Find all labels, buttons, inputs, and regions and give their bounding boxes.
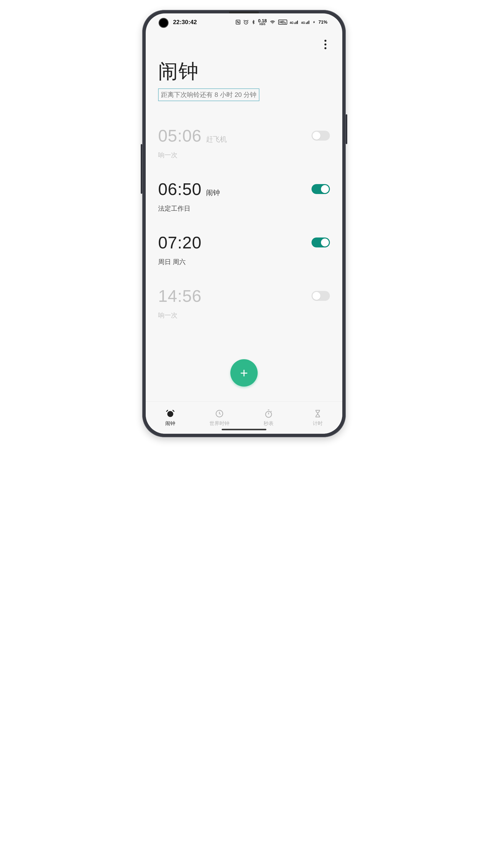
charging-icon (313, 20, 316, 25)
toggle-knob (313, 292, 321, 300)
svg-rect-5 (306, 23, 306, 24)
hd-badge: HD₂ (278, 20, 287, 25)
nav-label: 计时 (313, 420, 323, 427)
front-camera (159, 18, 168, 28)
alarm-row: 05:06赶飞机 (158, 126, 330, 145)
app-bar (146, 31, 342, 58)
nav-item-alarm-clock[interactable]: 闹钟 (146, 402, 195, 434)
svg-rect-4 (297, 21, 298, 24)
alarm-time: 14:56 (158, 286, 201, 306)
alarm-time: 07:20 (158, 233, 201, 252)
nav-item-hourglass[interactable]: 计时 (293, 402, 342, 434)
alarm-left: 06:50闹钟 (158, 179, 220, 199)
alarm-row: 06:50闹钟 (158, 179, 330, 199)
nav-label: 闹钟 (165, 420, 175, 427)
title-section: 闹钟 距离下次响铃还有 8 小时 20 分钟 (146, 58, 342, 106)
alarm-label: 闹钟 (206, 188, 220, 197)
alarm-repeat: 法定工作日 (158, 204, 330, 213)
svg-rect-2 (294, 23, 295, 24)
svg-rect-6 (307, 22, 308, 24)
signal-1: 4G (290, 20, 299, 24)
svg-point-8 (167, 411, 173, 417)
alarm-left: 07:20 (158, 233, 201, 252)
subtitle-prefix: 距离下次响铃还有 (161, 91, 213, 98)
status-icons: 0.18 KB/S HD₂ 4G 4G 71% (235, 19, 327, 26)
alarm-status-icon (243, 20, 249, 25)
alarm-time: 05:06 (158, 126, 201, 145)
hourglass-icon (313, 409, 323, 418)
alarm-list: 05:06赶飞机响一次06:50闹钟法定工作日07:20周日 周六14:56响一… (146, 106, 342, 401)
bluetooth-icon (251, 20, 256, 25)
battery-percent: 71% (319, 20, 327, 24)
phone-speaker (229, 11, 259, 13)
alarm-toggle[interactable] (312, 291, 330, 301)
add-alarm-button[interactable]: + (230, 359, 258, 386)
alarm-item[interactable]: 05:06赶飞机响一次 (158, 116, 330, 169)
next-alarm-subtitle: 距离下次响铃还有 8 小时 20 分钟 (158, 88, 259, 101)
toggle-knob (321, 185, 329, 193)
toggle-knob (321, 239, 329, 246)
alarm-repeat: 响一次 (158, 151, 330, 159)
alarm-row: 14:56 (158, 286, 330, 306)
alarm-time: 06:50 (158, 179, 201, 199)
alarm-left: 05:06赶飞机 (158, 126, 227, 145)
signal-2: 4G (301, 20, 310, 24)
svg-rect-7 (308, 21, 309, 24)
svg-rect-3 (296, 22, 297, 24)
alarm-repeat: 响一次 (158, 311, 330, 320)
alarm-repeat: 周日 周六 (158, 258, 330, 266)
signal-bars-icon (294, 20, 299, 24)
alarm-toggle[interactable] (312, 131, 330, 141)
volume-button (141, 144, 142, 194)
status-bar: 22:30:42 0.18 KB/S HD₂ 4G 4G (146, 13, 342, 31)
alarm-item[interactable]: 06:50闹钟法定工作日 (158, 169, 330, 223)
alarm-clock-icon (165, 409, 175, 418)
overflow-menu-button[interactable] (320, 38, 331, 51)
page-title: 闹钟 (158, 58, 330, 85)
nfc-icon (235, 20, 241, 25)
toggle-knob (313, 132, 321, 140)
network-speed: 0.18 KB/S (258, 19, 267, 26)
stopwatch-icon (264, 409, 273, 418)
nav-label: 秒表 (264, 420, 273, 427)
nav-label: 世界时钟 (209, 420, 229, 427)
alarm-item[interactable]: 07:20周日 周六 (158, 223, 330, 276)
wifi-icon (269, 20, 276, 25)
subtitle-time: 8 小时 20 分钟 (215, 91, 256, 98)
alarm-label: 赶飞机 (206, 135, 227, 144)
clock-icon (215, 409, 224, 418)
alarm-row: 07:20 (158, 233, 330, 252)
alarm-toggle[interactable] (312, 184, 330, 194)
status-time: 22:30:42 (173, 19, 197, 26)
alarm-left: 14:56 (158, 286, 201, 306)
signal-bars-icon (305, 20, 310, 24)
power-button (346, 114, 347, 144)
alarm-item[interactable]: 14:56响一次 (158, 276, 330, 330)
home-indicator[interactable] (222, 429, 266, 430)
phone-frame: 22:30:42 0.18 KB/S HD₂ 4G 4G (142, 10, 346, 437)
plus-icon: + (240, 365, 248, 380)
screen: 22:30:42 0.18 KB/S HD₂ 4G 4G (146, 13, 342, 434)
alarm-toggle[interactable] (312, 238, 330, 247)
